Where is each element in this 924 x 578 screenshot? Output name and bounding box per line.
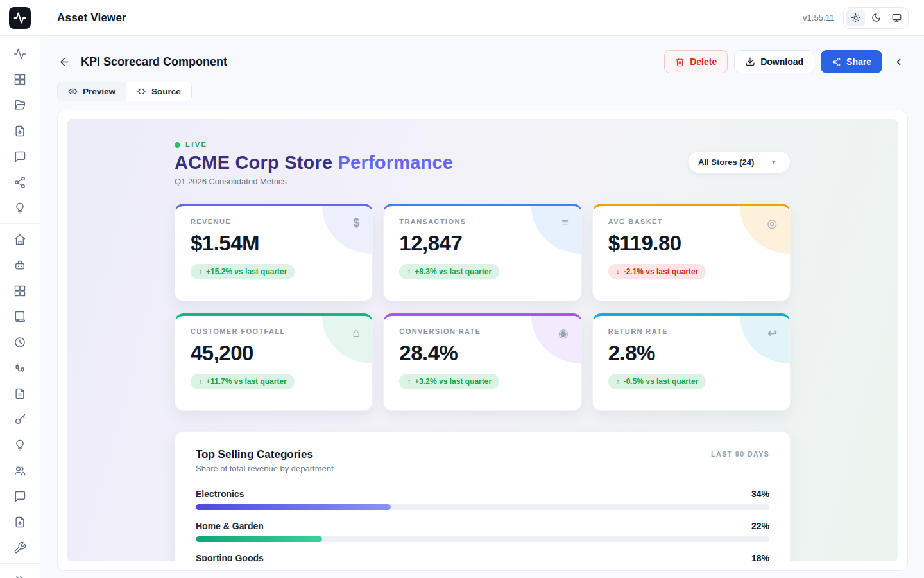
version-label: v1.55.11 xyxy=(803,13,834,22)
rendered-component: LIVE ACME Corp Store Performance Q1 2026… xyxy=(67,119,898,561)
app-title: Asset Viewer xyxy=(57,12,126,24)
live-label: LIVE xyxy=(185,141,207,148)
file-upload-icon xyxy=(13,516,26,529)
users-icon xyxy=(13,464,26,477)
header-actions: Delete Download Share xyxy=(664,50,908,73)
top-categories-card: Top Selling Categories Share of total re… xyxy=(175,431,791,561)
share-button[interactable]: Share xyxy=(821,50,882,73)
sidebar-item-wrench[interactable] xyxy=(9,540,31,556)
theme-sun-button[interactable] xyxy=(846,10,865,26)
sidebar-item-cable[interactable] xyxy=(9,360,31,376)
return-arrow-icon: ↩ xyxy=(767,326,777,340)
sidebar-item-bot[interactable] xyxy=(9,258,31,273)
sidebar-group-3 xyxy=(0,563,40,578)
delete-button-label: Delete xyxy=(690,57,717,67)
home-icon xyxy=(13,233,26,246)
rows-icon: ≡ xyxy=(561,216,569,230)
sidebar-item-file-upload[interactable] xyxy=(9,123,31,139)
component-title-primary: ACME Corp Store xyxy=(175,152,332,173)
sidebar-item-folder-open[interactable] xyxy=(9,98,31,113)
kpi-delta-badge: ↑+15.2% vs last quarter xyxy=(191,264,295,279)
arrow-up-icon: ↑ xyxy=(407,267,411,276)
kpi-card-revenue: $REVENUE$1.54M↑+15.2% vs last quarter xyxy=(175,204,373,301)
category-bar-track xyxy=(196,504,769,510)
sidebar-item-file-text[interactable] xyxy=(9,386,31,401)
sidebar xyxy=(0,36,40,578)
sidebar-item-clock[interactable] xyxy=(9,335,31,350)
sidebar-group-2 xyxy=(0,223,40,563)
kpi-delta-text: +3.2% vs last quarter xyxy=(415,377,492,386)
kpi-grid: $REVENUE$1.54M↑+15.2% vs last quarter≡TR… xyxy=(175,204,791,411)
sidebar-item-chevrons-right[interactable] xyxy=(9,572,31,578)
component-title-accent: Performance xyxy=(338,152,454,173)
sidebar-item-share-nodes[interactable] xyxy=(9,175,31,190)
page-header: KPI Scorecard Component Delete Download … xyxy=(57,49,908,74)
app-logo xyxy=(9,7,31,29)
view-tabs: PreviewSource xyxy=(57,82,192,101)
sun-icon xyxy=(851,13,860,22)
download-icon xyxy=(745,57,755,67)
delete-button[interactable]: Delete xyxy=(664,50,728,73)
sidebar-item-message[interactable] xyxy=(9,489,31,504)
chevrons-right-icon xyxy=(13,573,26,578)
category-label: Sporting Goods xyxy=(196,553,264,561)
kpi-delta-text: +15.2% vs last quarter xyxy=(206,267,287,276)
arrow-down-icon: ↓ xyxy=(616,267,620,276)
category-bar-track xyxy=(196,536,769,542)
kpi-card-customer-footfall: ⌂CUSTOMER FOOTFALL45,200↑+11.7% vs last … xyxy=(175,313,373,411)
kpi-value: 28.4% xyxy=(399,341,565,365)
sidebar-item-layout-grid[interactable] xyxy=(9,283,31,299)
arrow-up-icon: ↑ xyxy=(198,267,202,276)
category-row-home-garden: Home & Garden22% xyxy=(196,521,769,542)
topbar-main: Asset Viewer v1.55.11 xyxy=(40,0,924,35)
clock-icon xyxy=(13,336,26,349)
kpi-delta-text: +11.7% vs last quarter xyxy=(206,377,287,386)
back-button[interactable] xyxy=(57,55,72,69)
monitor-icon xyxy=(892,13,902,22)
categories-title: Top Selling Categories xyxy=(196,448,334,461)
component-subtitle: Q1 2026 Consolidated Metrics xyxy=(175,177,453,186)
categories-period-label: LAST 90 DAYS xyxy=(711,450,769,458)
categories-title-block: Top Selling Categories Share of total re… xyxy=(196,448,334,473)
sidebar-item-lightbulb[interactable] xyxy=(9,200,31,216)
target-icon: ◉ xyxy=(558,326,569,340)
sidebar-item-key[interactable] xyxy=(9,412,31,427)
category-value: 34% xyxy=(751,489,769,499)
component-title-block: LIVE ACME Corp Store Performance Q1 2026… xyxy=(175,141,453,186)
tab-source[interactable]: Source xyxy=(126,82,191,101)
theme-moon-button[interactable] xyxy=(866,10,886,26)
scroll-icon xyxy=(13,310,26,323)
arrow-up-icon: ↑ xyxy=(407,377,411,386)
sidebar-item-activity[interactable] xyxy=(9,46,31,62)
sidebar-item-file-upload[interactable] xyxy=(9,514,31,530)
layout-grid-icon xyxy=(13,73,26,86)
sidebar-item-home[interactable] xyxy=(9,232,31,247)
trash-icon xyxy=(675,57,685,67)
theme-monitor-button[interactable] xyxy=(887,10,906,26)
category-row-sporting-goods: Sporting Goods18% xyxy=(196,553,769,561)
cable-icon xyxy=(13,362,26,374)
file-text-icon xyxy=(13,387,26,400)
logo-cell xyxy=(0,0,40,35)
kpi-delta-text: +8.3% vs last quarter xyxy=(415,267,492,276)
share-icon xyxy=(832,57,841,67)
sidebar-item-users[interactable] xyxy=(9,463,31,478)
lightbulb-icon xyxy=(13,202,26,215)
download-button[interactable]: Download xyxy=(734,50,814,73)
sidebar-item-layout-grid[interactable] xyxy=(9,72,31,87)
dropdown-caret-icon: ▼ xyxy=(771,159,776,166)
share-button-label: Share xyxy=(846,57,871,67)
message-icon xyxy=(13,490,26,503)
download-button-label: Download xyxy=(760,57,803,67)
sidebar-item-message[interactable] xyxy=(9,149,31,164)
category-bar-fill xyxy=(196,536,322,542)
store-filter-dropdown[interactable]: All Stores (24) ▼ xyxy=(688,151,791,173)
sidebar-item-scroll[interactable] xyxy=(9,309,31,324)
category-row-electronics: Electronics34% xyxy=(196,489,769,510)
theme-toggle xyxy=(843,7,909,29)
collapse-panel-button[interactable] xyxy=(889,50,908,73)
kpi-delta-badge: ↓-2.1% vs last quarter xyxy=(608,264,706,279)
wrench-icon xyxy=(13,541,26,554)
tab-preview[interactable]: Preview xyxy=(58,82,126,101)
sidebar-item-lightbulb[interactable] xyxy=(9,437,31,453)
